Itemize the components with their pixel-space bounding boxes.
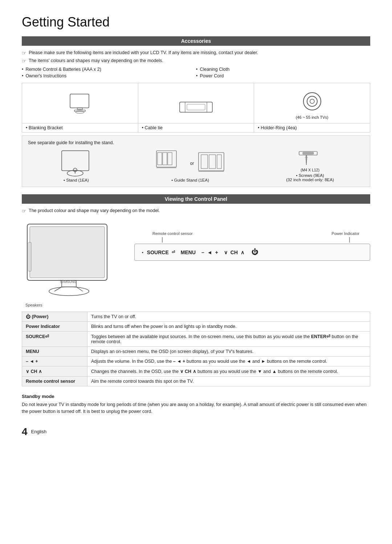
ch-btn: CH [230,249,238,255]
table-key-volume: – ◄ + [22,357,87,366]
table-val-source: Toggles between all the available input … [87,332,370,347]
sensor-label-top: Remote control sensor [152,231,193,236]
source-btn: SOURCE [147,249,169,255]
page-title: Getting Started [22,15,370,30]
label-blanking: • Blanking Bracket [22,123,138,132]
controls-bar: • SOURCE⏎ MENU – ◄ + ∨ CH ∧ ⏻ [134,244,370,261]
accessory-item-3: Cleaning Cloth [196,67,370,72]
table-key-menu: MENU [22,347,87,357]
stand-img-stand: • Stand (1EA) [58,149,94,182]
accessory-item-2: Owner's Instructions [22,73,196,78]
ch-up-btn: ∧ [241,249,244,255]
enter-symbol: ⏎ [172,250,175,255]
note-icon-2: ☞ [22,58,26,64]
stand-img-screws: (M4 X L12) • Screws (9EA)(32 inch model … [286,150,334,182]
stand-images: • Stand (1EA) or [28,149,364,182]
svg-point-10 [307,96,317,106]
acc-img-manual [138,83,254,123]
minus-btn: – [201,249,204,255]
svg-point-11 [310,99,314,103]
table-val-sensor: Aim the remote control towards this spot… [87,377,370,386]
table-row-menu: MENU Displays an on-screen menu, the OSD… [22,347,370,357]
svg-rect-23 [209,155,216,169]
table-key-channel: ∨ CH ∧ [22,366,87,377]
vol-down-btn: ∨ [224,249,228,255]
accessory-item-1: Remote Control & Batteries (AAA x 2) [22,67,196,72]
table-row-power: ⏻ (Power) Turns the TV on or off. [22,312,370,322]
standby-text: Do not leave your TV in standby mode for… [22,401,370,415]
power-btn: ⏻ [252,248,258,256]
diagram-area: SAMSUNG Speakers Remote control sensor P… [22,220,370,307]
accessories-labels-row: • Blanking Bracket • Cable tie • Holder-… [22,123,370,133]
acc-img-remote [22,83,138,123]
page-language: English [31,429,47,434]
table-row-volume: – ◄ + Adjusts the volume. In the OSD, us… [22,357,370,366]
stand-section: See separate guide for installing the st… [22,135,370,187]
or-text: or [190,161,194,166]
connector-right: | [349,236,350,243]
svg-rect-16 [156,151,176,167]
standby-heading: Standby mode [22,394,370,399]
svg-point-9 [303,93,321,110]
label-holderring: • Holder-Ring (4ea) [254,123,370,132]
page-footer: 4 English [22,426,370,438]
table-row-source: SOURCE⏎ Toggles between all the availabl… [22,332,370,347]
table-val-power: Turns the TV on or off. [87,312,370,322]
label-cabletie: • Cable tie [138,123,254,132]
svg-rect-12 [62,151,89,171]
manual-svg [178,98,214,117]
standby-section: Standby mode Do not leave your TV in sta… [22,394,370,415]
note-icon-3: ☞ [22,208,26,214]
connector-labels: Remote control sensor Power Indicator [134,231,370,236]
table-key-sensor: Remote control sensor [22,377,87,386]
svg-rect-22 [201,155,208,169]
connector-left: | [162,236,163,243]
control-panel-header: Viewing the Control Panel [22,194,370,204]
svg-rect-5 [180,102,212,112]
stand-label: • Stand (1EA) [64,178,89,182]
svg-point-38 [49,287,89,296]
table-val-volume: Adjusts the volume. In the OSD, use the … [87,357,370,366]
menu-btn: MENU [181,249,196,255]
acc-img-holder: (46 ~ 55 inch TVs) [254,83,370,123]
svg-rect-27 [303,152,314,154]
table-val-channel: Changes the channels. In the OSD, use th… [87,366,370,377]
table-val-menu: Displays an on-screen menu, the OSD (on … [87,347,370,357]
speakers-label: Speakers [25,303,123,307]
control-panel-note: ☞ The product colour and shape may vary … [22,208,370,214]
bullet-source: • [142,250,143,255]
accessories-images-row: (46 ~ 55 inch TVs) [22,83,370,123]
table-key-source: SOURCE⏎ [22,332,87,347]
table-val-indicator: Blinks and turns off when the power is o… [87,322,370,332]
svg-rect-18 [163,153,167,165]
table-key-indicator: Power Indicator [22,322,87,332]
svg-rect-21 [199,153,224,171]
page-number: 4 [22,426,28,438]
tv-diagram: SAMSUNG Speakers [22,220,123,307]
svg-rect-1 [77,108,82,110]
accessories-header: Accessories [22,36,370,46]
stand-img-guide: or • Guide Stand (1EA) [155,149,226,182]
svg-rect-17 [158,153,162,165]
holder-label: (46 ~ 55 inch TVs) [296,115,328,119]
controls-diagram: Remote control sensor Power Indicator | … [134,220,370,263]
holder-svg [301,90,323,113]
guide-stand-label: • Guide Stand (1EA) [171,178,209,182]
control-panel-section: Viewing the Control Panel ☞ The product … [22,194,370,386]
screws-note: (M4 X L12) [301,168,319,172]
accessories-col-2: Cleaning Cloth Power Cord [196,67,370,80]
svg-rect-19 [168,153,172,165]
table-key-power: ⏻ (Power) [22,312,87,322]
table-row-sensor: Remote control sensor Aim the remote con… [22,377,370,386]
svg-rect-0 [70,94,89,108]
svg-rect-35 [30,227,105,278]
accessories-col-1: Remote Control & Batteries (AAA x 2) Own… [22,67,196,80]
accessory-item-4: Power Cord [196,73,370,78]
controls-table: ⏻ (Power) Turns the TV on or off. Power … [22,312,370,386]
plus-btn: + [215,249,218,255]
accessories-note-1: ☞ Please make sure the following items a… [22,50,370,56]
svg-rect-24 [217,155,221,169]
remote-svg [67,91,93,117]
stand-note: See separate guide for installing the st… [28,140,364,145]
power-label-top: Power Indicator [332,231,359,236]
